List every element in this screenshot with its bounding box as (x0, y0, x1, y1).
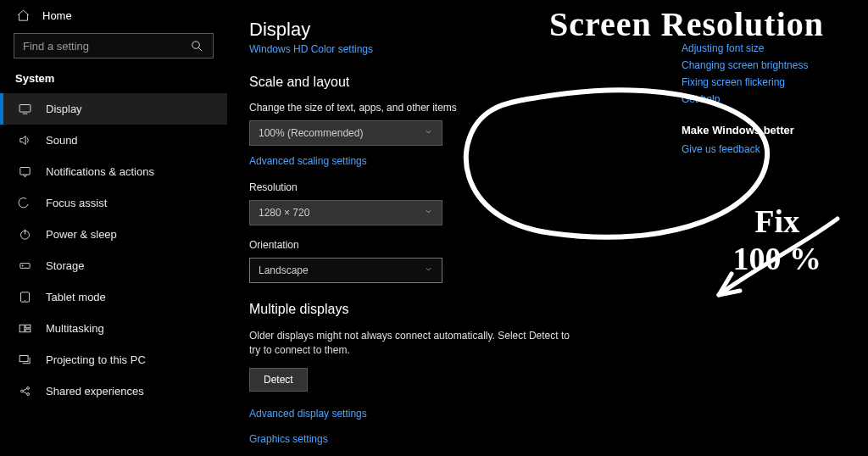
sidebar-item-display[interactable]: Display (0, 93, 227, 125)
chevron-down-icon (424, 264, 433, 276)
graphics-settings-link[interactable]: Graphics settings (249, 433, 328, 445)
sidebar-item-power-sleep[interactable]: Power & sleep (0, 219, 227, 250)
sidebar-item-storage[interactable]: Storage (0, 250, 227, 281)
sidebar-label: Shared experiences (46, 385, 144, 398)
advanced-scaling-link[interactable]: Advanced scaling settings (249, 155, 367, 167)
multiple-displays-text: Older displays might not always connect … (249, 329, 571, 358)
sidebar-item-focus-assist[interactable]: Focus assist (0, 187, 227, 219)
notifications-icon (17, 164, 32, 179)
sidebar-label: Power & sleep (46, 228, 117, 241)
svg-rect-1 (19, 105, 31, 113)
resolution-dropdown[interactable]: 1280 × 720 (249, 200, 442, 225)
sidebar-label: Focus assist (46, 197, 107, 209)
make-windows-better-heading: Make Windows better (682, 124, 851, 136)
sidebar-label: Projecting to this PC (46, 353, 146, 366)
shared-icon (17, 384, 32, 398)
svg-rect-9 (25, 329, 31, 332)
home-label: Home (42, 9, 72, 22)
sidebar-label: Display (46, 103, 82, 115)
svg-rect-10 (19, 356, 28, 362)
search-placeholder: Find a setting (23, 40, 89, 53)
overlay-fix-line2: 100 % (733, 241, 822, 278)
help-link[interactable]: Adjusting font size (682, 42, 851, 54)
resolution-label: Resolution (249, 181, 868, 193)
storage-icon (17, 259, 32, 273)
multitasking-icon (17, 321, 32, 336)
detect-button[interactable]: Detect (249, 368, 308, 392)
overlay-fix-text: Fix 100 % (733, 203, 822, 277)
search-icon (189, 39, 204, 53)
svg-rect-4 (19, 264, 29, 269)
sound-icon (17, 133, 32, 147)
sidebar-item-multitasking[interactable]: Multitasking (0, 313, 227, 344)
sidebar: Home Find a setting System Display Sound… (0, 0, 227, 456)
help-link[interactable]: Get help (682, 93, 851, 105)
orientation-dropdown[interactable]: Landscape (249, 258, 442, 283)
scale-dropdown[interactable]: 100% (Recommended) (249, 120, 442, 146)
sidebar-item-sound[interactable]: Sound (0, 125, 227, 156)
search-input[interactable]: Find a setting (14, 33, 214, 58)
advanced-display-link[interactable]: Advanced display settings (249, 408, 367, 420)
sidebar-label: Notifications & actions (46, 165, 154, 178)
sidebar-item-projecting[interactable]: Projecting to this PC (0, 344, 227, 375)
svg-point-11 (20, 390, 23, 392)
home-button[interactable]: Home (0, 5, 227, 31)
sidebar-item-shared-experiences[interactable]: Shared experiences (0, 375, 227, 407)
sidebar-item-notifications[interactable]: Notifications & actions (0, 156, 227, 187)
hd-color-link[interactable]: Windows HD Color settings (249, 43, 373, 55)
svg-point-13 (26, 393, 29, 396)
tablet-icon (17, 290, 32, 304)
svg-rect-8 (25, 325, 31, 328)
sidebar-label: Multitasking (46, 322, 104, 335)
feedback-link[interactable]: Give us feedback (682, 143, 851, 155)
svg-rect-2 (19, 168, 29, 175)
overlay-fix-line1: Fix (733, 203, 822, 241)
svg-point-0 (192, 41, 199, 48)
display-icon (17, 102, 32, 116)
svg-point-12 (26, 387, 29, 390)
svg-point-5 (22, 265, 23, 266)
sidebar-label: Tablet mode (46, 291, 106, 303)
main-content: Display Windows HD Color settings Scale … (227, 0, 868, 456)
chevron-down-icon (424, 207, 433, 219)
projecting-icon (17, 353, 32, 367)
scale-value: 100% (Recommended) (259, 127, 363, 139)
multiple-displays-heading: Multiple displays (249, 302, 868, 317)
sidebar-item-tablet-mode[interactable]: Tablet mode (0, 281, 227, 313)
help-link[interactable]: Changing screen brightness (682, 59, 851, 71)
sidebar-label: Storage (46, 259, 85, 272)
home-icon (15, 8, 31, 23)
section-title: System (0, 69, 227, 93)
orientation-value: Landscape (259, 264, 309, 276)
focus-assist-icon (17, 196, 32, 210)
chevron-down-icon (424, 127, 433, 139)
sidebar-label: Sound (46, 134, 78, 147)
help-links-column: Adjusting font size Changing screen brig… (682, 42, 851, 160)
resolution-value: 1280 × 720 (259, 207, 309, 219)
help-link[interactable]: Fixing screen flickering (682, 76, 851, 88)
svg-rect-7 (19, 325, 25, 332)
overlay-title: Screen Resolution (549, 4, 824, 44)
power-icon (17, 227, 32, 242)
